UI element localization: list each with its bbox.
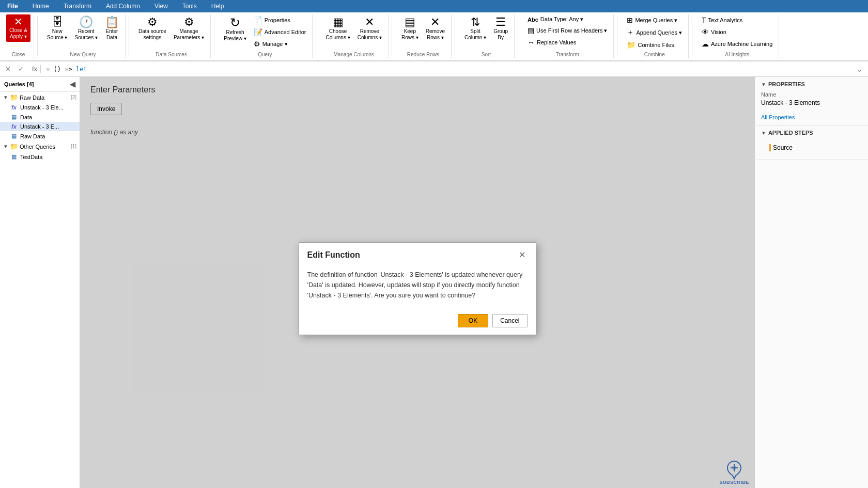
split-column-button[interactable]: ⇅ Split Column ▾ [461,14,489,43]
tab-tools[interactable]: Tools [175,0,204,12]
vision-button[interactable]: 👁 Vision [699,26,776,38]
new-source-label: New Source ▾ [47,28,67,41]
properties-arrow-icon: ▼ [761,82,766,87]
ribbon-group-sort: ⇅ Split Column ▾ ☰ Group By Sort [458,14,515,58]
choose-columns-icon: ▦ [333,17,344,28]
advanced-editor-label: Advanced Editor [265,29,306,35]
query-item-raw-data[interactable]: ▦ Raw Data [0,131,80,141]
keep-rows-label: Keep Rows ▾ [401,28,419,41]
query-name-value: Unstack - 3 Elements [761,99,862,106]
manage-columns-label: Manage Columns [322,51,385,57]
query-small-group: 📄 Properties 📝 Advanced Editor ⚙ Manage … [251,14,309,50]
tab-help[interactable]: Help [204,0,231,12]
ribbon-group-reduce-rows: ▤ Keep Rows ▾ ✕ Remove Rows ▾ Reduce Row… [395,14,452,58]
modal-title: Edit Function [307,250,360,260]
transform-group-label: Transform [524,51,610,57]
combine-small-group: ⊞ Merge Queries ▾ ＋ Append Queries ▾ 📁 C… [624,14,685,51]
recent-sources-label: Recent Sources ▾ [74,28,97,41]
ribbon-group-ai-insights: T Text Analytics 👁 Vision ☁ Azure Machin… [695,14,779,58]
step-name-source: Source [769,144,793,151]
recent-sources-button[interactable]: 🕐 Recent Sources ▾ [71,14,100,43]
modal-close-button[interactable]: ✕ [517,250,528,260]
choose-columns-button[interactable]: ▦ Choose Columns ▾ [322,14,353,43]
divider-1 [37,17,38,56]
split-column-label: Split Column ▾ [464,28,486,41]
data-sources-label: Data Sources [135,51,207,57]
modal-ok-button[interactable]: OK [458,314,488,327]
combine-files-button[interactable]: 📁 Combine Files [624,39,685,51]
replace-values-button[interactable]: ↔ Replace Values [524,37,610,48]
formula-cancel-icon[interactable]: ✕ [3,64,13,74]
properties-button[interactable]: 📄 Properties [251,14,309,26]
use-first-row-button[interactable]: ▤ Use First Row as Headers ▾ [524,25,610,36]
query-group-other-header[interactable]: ▼ 📁 Other Queries [1] [0,141,80,152]
group-by-button[interactable]: ☰ Group By [490,14,511,43]
tab-view[interactable]: View [147,0,175,12]
keep-rows-button[interactable]: ▤ Keep Rows ▾ [398,14,422,43]
enter-data-button[interactable]: 📋 Enter Data [102,14,122,43]
close-apply-button[interactable]: ✕ Close & Apply ▾ [6,14,30,42]
data-table-icon: ▦ [11,114,19,120]
queries-collapse-button[interactable]: ◀ [70,80,75,88]
refresh-preview-button[interactable]: ↻ Refresh Preview ▾ [221,14,249,44]
append-queries-button[interactable]: ＋ Append Queries ▾ [624,26,685,39]
formula-confirm-icon[interactable]: ✓ [16,64,26,74]
azure-ml-label: Azure Machine Learning [711,41,772,47]
refresh-preview-label: Refresh Preview ▾ [224,29,246,42]
tab-file[interactable]: File [0,0,25,12]
formula-input[interactable]: = () => let [46,66,851,73]
modal-body: The definition of function 'Unstack - 3 … [299,265,536,309]
query-item-testdata[interactable]: ▦ TestData [0,152,80,162]
remove-rows-button[interactable]: ✕ Remove Rows ▾ [423,14,448,43]
append-queries-icon: ＋ [627,28,634,37]
query-group-raw-data-header[interactable]: ▼ 📁 Raw Data [2] [0,92,80,103]
unstack-item-name: Unstack - 3 Ele... [20,104,76,111]
new-source-button[interactable]: 🗄 New Source ▾ [44,14,70,43]
unstack-active-name: Unstack - 3 E... [20,123,76,130]
advanced-editor-button[interactable]: 📝 Advanced Editor [251,26,309,38]
text-analytics-button[interactable]: T Text Analytics [699,14,776,26]
manage-parameters-button[interactable]: ⚙ Manage Parameters ▾ [171,14,207,43]
ribbon-group-query: ↻ Refresh Preview ▾ 📄 Properties 📝 Advan… [218,14,313,58]
manage-button[interactable]: ⚙ Manage ▾ [251,38,309,50]
use-first-row-label: Use First Row as Headers ▾ [536,27,607,34]
divider-5 [392,17,392,56]
data-type-button[interactable]: Abc Data Type: Any ▾ [524,14,610,24]
tab-transform[interactable]: Transform [56,0,99,12]
combine-files-label: Combine Files [638,42,674,48]
azure-ml-button[interactable]: ☁ Azure Machine Learning [699,38,776,50]
text-analytics-label: Text Analytics [708,17,743,23]
formula-expand-icon[interactable]: ⌄ [854,63,865,75]
other-queries-count: [1] [71,144,76,149]
manage-parameters-label: Manage Parameters ▾ [174,28,204,41]
query-group-other: ▼ 📁 Other Queries [1] ▦ TestData [0,141,80,162]
applied-steps-header-label: APPLIED STEPS [768,130,813,136]
step-item-source[interactable]: Source [761,142,862,153]
divider-7 [518,17,518,56]
name-label: Name [761,91,862,98]
testdata-icon: ▦ [11,153,19,160]
remove-columns-button[interactable]: ✕ Remove Columns ▾ [354,14,385,43]
data-sources-items: ⚙ Data source settings ⚙ Manage Paramete… [135,14,207,51]
ai-insights-label: AI Insights [699,51,776,57]
modal-header: Edit Function ✕ [299,243,536,265]
query-item-unstack-3-ele[interactable]: fx Unstack - 3 Ele... [0,103,80,112]
divider-2 [129,17,129,56]
applied-steps-arrow-icon: ▼ [761,130,766,136]
enter-data-label: Enter Data [106,28,118,41]
data-source-settings-button[interactable]: ⚙ Data source settings [135,14,169,43]
group-by-label: Group By [493,28,508,41]
raw-data-group-name: Raw Data [20,95,69,101]
query-item-unstack-active[interactable]: fx Unstack - 3 E... [0,122,80,131]
remove-columns-label: Remove Columns ▾ [358,28,382,41]
query-item-data[interactable]: ▦ Data [0,112,80,122]
other-queries-arrow-icon: ▼ [3,144,8,149]
tab-add-column[interactable]: Add Column [99,0,147,12]
data-source-settings-icon: ⚙ [147,17,158,28]
choose-columns-label: Choose Columns ▾ [326,28,350,41]
all-properties-link[interactable]: All Properties [761,114,795,120]
tab-home[interactable]: Home [25,0,56,12]
unstack-func-icon: fx [11,104,19,111]
merge-queries-button[interactable]: ⊞ Merge Queries ▾ [624,14,685,26]
modal-cancel-button[interactable]: Cancel [492,314,527,327]
